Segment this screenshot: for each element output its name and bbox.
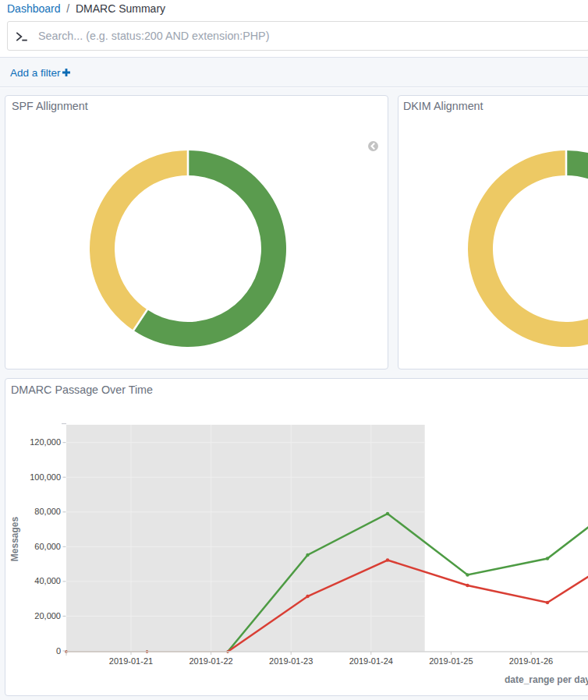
svg-text:date_range per day: date_range per day [505, 674, 588, 685]
svg-text:120,000: 120,000 [30, 437, 61, 447]
svg-text:2019-01-24: 2019-01-24 [349, 656, 393, 666]
svg-text:2019-01-21: 2019-01-21 [109, 656, 153, 666]
svg-text:2019-01-25: 2019-01-25 [429, 656, 473, 666]
svg-text:2019-01-26: 2019-01-26 [509, 656, 553, 666]
svg-text:0: 0 [56, 646, 61, 656]
svg-text:2019-01-23: 2019-01-23 [269, 656, 313, 666]
svg-text:60,000: 60,000 [34, 542, 61, 551]
svg-text:20,000: 20,000 [34, 611, 61, 620]
svg-text:Messages: Messages [9, 516, 20, 561]
svg-text:40,000: 40,000 [34, 576, 61, 585]
svg-text:100,000: 100,000 [30, 472, 61, 482]
svg-text:80,000: 80,000 [34, 507, 61, 516]
svg-text:2019-01-22: 2019-01-22 [189, 656, 232, 666]
